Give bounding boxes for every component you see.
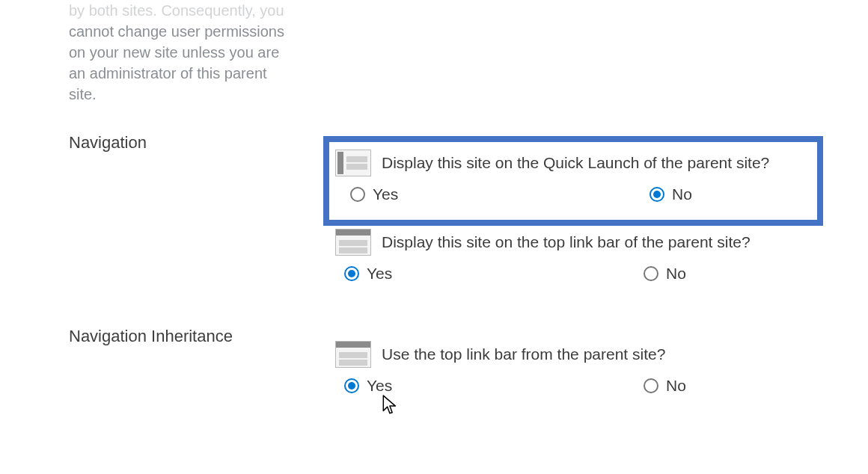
nav-inherit-label-row: Use the top link bar from the parent sit… <box>335 341 814 368</box>
permissions-line-2: on your new site unless you are <box>69 44 279 61</box>
quick-launch-label: Display this site on the Quick Launch of… <box>382 154 769 172</box>
cursor-icon <box>382 395 400 416</box>
radio-icon <box>644 266 658 281</box>
quick-launch-no-option[interactable]: No <box>650 185 692 203</box>
nav-inherit-radio-row: Yes No <box>335 377 814 395</box>
radio-label-yes: Yes <box>367 265 392 283</box>
radio-icon <box>644 378 658 393</box>
radio-label-no: No <box>666 377 686 395</box>
permissions-description: by both sites. Consequently, you cannot … <box>69 0 293 105</box>
settings-page: by both sites. Consequently, you cannot … <box>0 0 868 474</box>
top-link-bar-icon <box>335 229 371 256</box>
section-navigation-heading: Navigation <box>69 133 147 153</box>
radio-icon <box>344 266 359 281</box>
nav-inherit-label: Use the top link bar from the parent sit… <box>382 345 665 363</box>
radio-label-yes: Yes <box>367 377 392 395</box>
top-link-no-option[interactable]: No <box>644 265 686 283</box>
permissions-line-1: cannot change user permissions <box>69 23 284 40</box>
radio-label-no: No <box>672 185 692 203</box>
radio-icon <box>344 378 359 393</box>
top-link-yes-option[interactable]: Yes <box>344 265 644 283</box>
radio-icon <box>650 187 664 202</box>
quick-launch-icon <box>335 150 371 176</box>
permissions-line-4: site. <box>69 86 97 102</box>
top-link-radio-row: Yes No <box>335 265 814 283</box>
radio-label-yes: Yes <box>373 185 398 203</box>
quick-launch-radio-row: Yes No <box>335 185 808 203</box>
quick-launch-yes-option[interactable]: Yes <box>350 185 650 203</box>
top-link-label-row: Display this site on the top link bar of… <box>335 229 814 256</box>
radio-label-no: No <box>666 265 686 283</box>
top-link-label: Display this site on the top link bar of… <box>382 233 751 251</box>
left-column: by both sites. Consequently, you cannot … <box>69 0 293 105</box>
top-link-option: Display this site on the top link bar of… <box>335 229 814 283</box>
nav-inherit-no-option[interactable]: No <box>644 377 686 395</box>
radio-icon <box>350 187 365 202</box>
permissions-line-0: by both sites. Consequently, you <box>69 2 284 19</box>
quick-launch-option-highlight: Display this site on the Quick Launch of… <box>323 136 823 226</box>
section-nav-inherit-heading: Navigation Inheritance <box>69 327 233 346</box>
permissions-line-3: an administrator of this parent <box>69 65 267 81</box>
top-link-bar-icon <box>335 341 371 368</box>
nav-inherit-option: Use the top link bar from the parent sit… <box>335 341 814 395</box>
nav-inherit-yes-option[interactable]: Yes <box>344 377 644 395</box>
quick-launch-option: Display this site on the Quick Launch of… <box>329 142 817 203</box>
quick-launch-label-row: Display this site on the Quick Launch of… <box>335 150 808 176</box>
